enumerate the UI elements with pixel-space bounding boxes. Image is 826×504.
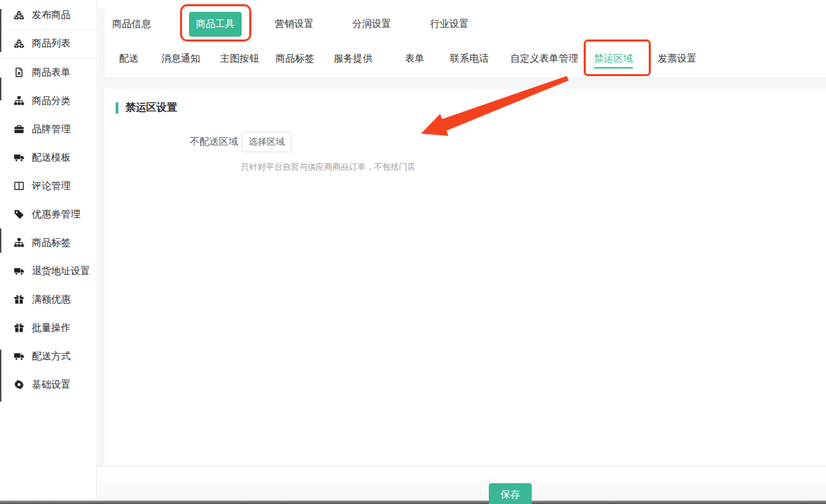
secondary-tab[interactable]: 消息通知	[161, 40, 200, 78]
sitemap-icon	[14, 96, 24, 106]
window-edge	[0, 350, 1, 402]
sidebar-item[interactable]: 配送模板	[0, 143, 96, 172]
secondary-tab[interactable]: 配送	[119, 40, 138, 78]
secondary-tab[interactable]: 表单	[405, 40, 424, 78]
truck-icon	[14, 266, 24, 276]
cubes-icon	[14, 39, 24, 49]
secondary-tab-label: 消息通知	[161, 53, 200, 65]
secondary-tab-label: 配送	[119, 53, 138, 65]
primary-tab-label: 分润设置	[352, 18, 391, 29]
sidebar-item-label: 配送模板	[32, 152, 71, 164]
select-region-button[interactable]: 选择区域	[242, 132, 291, 152]
secondary-tab[interactable]: 主图按钮	[220, 40, 259, 78]
sidebar-menu: 发布商品 商品列表 商品表单 商品分类	[0, 1, 96, 399]
admin-page: 发布商品 商品列表 商品表单 商品分类	[0, 0, 826, 504]
secondary-tab-label: 服务提供	[334, 53, 372, 65]
sidebar-item[interactable]: 评论管理	[0, 172, 96, 200]
main-area: 商品信息 商品工具 营销设置 分润设置 行业设置	[98, 0, 826, 504]
sidebar-item[interactable]: 商品列表	[0, 30, 96, 58]
briefcase-icon	[14, 124, 24, 134]
sidebar-item-label: 发布商品	[32, 9, 71, 21]
secondary-tab-label: 表单	[405, 53, 424, 65]
gift-icon	[14, 323, 24, 333]
sidebar-item[interactable]: 商品表单	[0, 58, 96, 87]
sidebar-item-label: 基础设置	[32, 379, 71, 391]
window-edge	[0, 228, 1, 253]
primary-tab[interactable]: 分润设置	[352, 18, 391, 30]
sidebar-item[interactable]: 批量操作	[0, 314, 96, 342]
secondary-tab-label: 禁运区域	[594, 53, 633, 65]
secondary-tab-label: 主图按钮	[220, 53, 259, 65]
section-header: 禁运区设置	[105, 89, 826, 114]
columns-icon	[14, 181, 24, 191]
sidebar-item[interactable]: 退货地址设置	[0, 257, 96, 285]
sidebar-item[interactable]: 品牌管理	[0, 115, 96, 143]
window-edge	[0, 9, 1, 52]
sidebar-item[interactable]: 商品分类	[0, 87, 96, 115]
sidebar-item-label: 配送方式	[32, 350, 71, 363]
primary-tab[interactable]: 营销设置	[275, 18, 314, 30]
secondary-tab-label: 自定义表单管理	[510, 53, 578, 65]
cubes-icon	[14, 10, 24, 21]
truck-icon	[14, 351, 24, 361]
primary-tab-label: 行业设置	[430, 18, 469, 29]
content-card: 禁运区设置 不配送区域 选择区域 只针对平台自营与供应商商品订单，不包括门店	[105, 89, 826, 465]
sidebar-item[interactable]: 配送方式	[0, 342, 96, 370]
bottom-window-edge	[0, 501, 826, 504]
file-excel-icon	[14, 67, 24, 78]
sidebar-item-label: 商品标签	[32, 237, 71, 249]
primary-tab[interactable]: 商品工具	[189, 12, 242, 37]
save-button[interactable]: 保存	[489, 483, 532, 504]
section-accent-bar	[116, 102, 118, 114]
secondary-tab[interactable]: 发票设置	[658, 40, 697, 78]
sidebar-item-label: 退货地址设置	[32, 265, 90, 278]
tabs-card: 商品信息 商品工具 营销设置 分润设置 行业设置	[105, 8, 826, 78]
window-edge	[0, 78, 1, 100]
sidebar-item[interactable]: 优惠券管理	[0, 200, 96, 228]
gear-icon	[14, 379, 24, 390]
sidebar-item-label: 满额优惠	[32, 294, 71, 306]
helper-text: 只针对平台自营与供应商商品订单，不包括门店	[241, 161, 826, 173]
primary-tab[interactable]: 行业设置	[430, 18, 469, 30]
sidebar: 发布商品 商品列表 商品表单 商品分类	[0, 0, 97, 501]
sidebar-item[interactable]: 基础设置	[0, 370, 96, 399]
sidebar-item-label: 优惠券管理	[32, 208, 80, 221]
sitemap-icon	[14, 237, 24, 248]
no-delivery-region-row: 不配送区域 选择区域	[190, 132, 826, 152]
sidebar-item-label: 商品表单	[32, 66, 71, 79]
secondary-tab-label: 联系电话	[450, 53, 489, 65]
top-strip	[98, 0, 826, 8]
gift-icon	[14, 294, 24, 305]
sidebar-item[interactable]: 满额优惠	[0, 285, 96, 314]
secondary-tab[interactable]: 自定义表单管理	[510, 40, 578, 78]
primary-tab-label: 商品信息	[112, 18, 151, 29]
sidebar-item-label: 商品分类	[32, 95, 71, 107]
sidebar-item[interactable]: 商品标签	[0, 228, 96, 257]
section-title: 禁运区设置	[125, 101, 177, 114]
secondary-tab[interactable]: 商品标签	[276, 40, 314, 78]
secondary-tabbar: 配送 消息通知 主图按钮 商品标签 服务提供	[105, 40, 826, 78]
sidebar-item-label: 品牌管理	[32, 123, 71, 136]
primary-tab-label: 商品工具	[196, 18, 235, 29]
truck-icon	[14, 152, 24, 163]
tag-icon	[14, 209, 24, 219]
no-delivery-region-label: 不配送区域	[190, 136, 238, 148]
secondary-tab[interactable]: 服务提供	[334, 40, 372, 78]
primary-tab[interactable]: 商品信息	[112, 18, 151, 30]
secondary-tab[interactable]: 联系电话	[450, 40, 489, 78]
footer-bar	[98, 466, 826, 500]
sidebar-item-label: 批量操作	[32, 322, 71, 334]
secondary-tab-label: 商品标签	[276, 53, 314, 65]
primary-tabbar: 商品信息 商品工具 营销设置 分润设置 行业设置	[105, 8, 826, 40]
secondary-tab[interactable]: 禁运区域	[594, 40, 633, 78]
secondary-tab-label: 发票设置	[658, 53, 697, 65]
sidebar-item-label: 商品列表	[32, 37, 71, 50]
sidebar-item[interactable]: 发布商品	[0, 1, 96, 30]
primary-tab-label: 营销设置	[275, 18, 314, 29]
sidebar-item-label: 评论管理	[32, 180, 71, 192]
